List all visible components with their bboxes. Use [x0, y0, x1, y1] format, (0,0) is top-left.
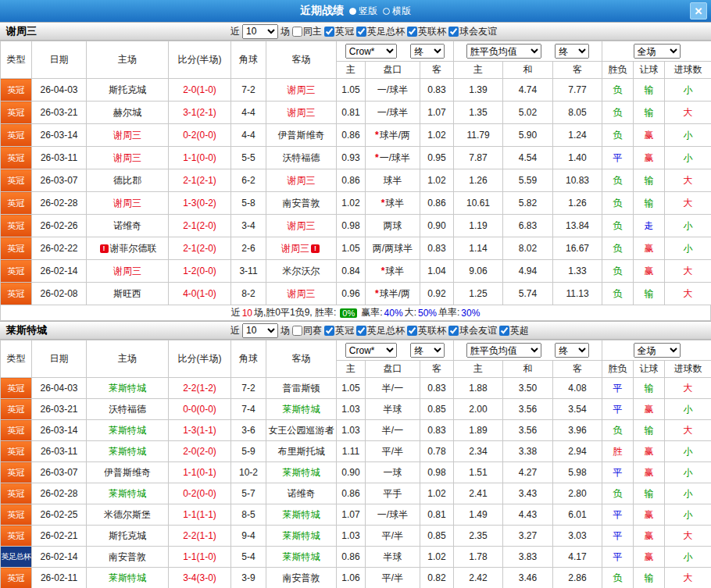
avg-home: 1.89 — [454, 420, 503, 441]
scope-filter-cell: 全场 — [602, 340, 711, 361]
col-handicap: 盘口 — [366, 361, 420, 378]
avg-draw: 4.94 — [503, 260, 553, 283]
league-checkbox-input[interactable] — [356, 27, 366, 37]
odds-away: 0.98 — [420, 462, 454, 483]
games-count-select[interactable]: 10 — [242, 24, 278, 39]
home-team: 沃特福德 — [87, 399, 169, 420]
home-team-name: 南安普敦 — [109, 551, 146, 562]
league-badge: 英冠 — [1, 102, 32, 124]
league-checkbox-input[interactable] — [324, 27, 334, 37]
goals-result: 小 — [665, 215, 711, 237]
odds-time-select[interactable]: 终 — [410, 44, 445, 59]
result: 负 — [602, 102, 634, 124]
goals-result: 大 — [665, 568, 711, 588]
league-badge: 英冠 — [1, 79, 32, 102]
handicap-text: 平/半 — [382, 530, 403, 541]
goals-result: 大 — [665, 169, 711, 192]
corners: 5-4 — [231, 547, 266, 568]
avg-home: 2.00 — [454, 399, 503, 420]
odds-away: 0.78 — [420, 441, 454, 462]
home-team: 莱斯特城 — [87, 568, 169, 588]
handicap-text: 球半/两 — [380, 130, 410, 141]
league-checkbox-input[interactable] — [448, 27, 459, 37]
avg-time-select[interactable]: 终 — [555, 44, 589, 59]
league-badge: 英冠 — [1, 399, 32, 420]
league-checkbox-input[interactable] — [499, 326, 509, 336]
avg-away: 4.17 — [553, 547, 602, 568]
match-date: 26-02-25 — [32, 504, 87, 526]
away-team-name: 莱斯特城 — [283, 467, 320, 478]
col-avg-away: 客 — [553, 62, 602, 79]
col-away: 客场 — [266, 41, 337, 79]
match-row: 英冠 26-02-25 米德尔斯堡 1-1(1-1) 8-5 莱斯特城 1.07… — [1, 504, 711, 526]
goals-result: 小 — [665, 462, 711, 483]
avg-time-select[interactable]: 终 — [555, 343, 589, 358]
league-label: 英冠 — [335, 324, 354, 337]
match-row: 英冠 26-03-11 莱斯特城 2-0(2-0) 5-9 布里斯托城 1.11… — [1, 441, 711, 462]
col-away: 客场 — [266, 340, 337, 378]
league-badge: 英冠 — [1, 237, 32, 260]
league-checkbox-input[interactable] — [356, 326, 366, 336]
score: 1-1(1-0) — [169, 547, 231, 568]
page-title: 近期战绩 — [300, 4, 344, 18]
layout-vertical-option[interactable]: 竖版 — [349, 5, 377, 18]
same-home-checkbox-input[interactable] — [292, 27, 302, 37]
avg-away: 4.08 — [553, 378, 602, 399]
league-checkbox[interactable]: 英超 — [499, 324, 529, 337]
games-count-select[interactable]: 10 — [242, 323, 278, 338]
score: 0-2(0-0) — [169, 483, 231, 504]
league-badge: 英冠 — [1, 504, 32, 526]
layout-horizontal-option[interactable]: 横版 — [383, 5, 411, 18]
odds-away: 1.02 — [420, 547, 454, 568]
league-checkbox[interactable]: 英足总杯 — [356, 324, 405, 337]
league-checkbox[interactable]: 英冠 — [324, 324, 354, 337]
league-checkbox[interactable]: 英联杯 — [407, 324, 446, 337]
avg-home: 9.06 — [454, 260, 503, 283]
league-checkbox[interactable]: 英足总杯 — [356, 25, 405, 38]
same-competition-checkbox-input[interactable] — [292, 326, 302, 336]
league-checkbox-input[interactable] — [407, 326, 417, 336]
odds-away: 1.02 — [420, 124, 454, 147]
avg-type-select[interactable]: 胜平负均值 — [466, 343, 541, 358]
league-label: 球会友谊 — [459, 25, 497, 38]
league-checkbox[interactable]: 球会友谊 — [448, 324, 497, 337]
same-competition-checkbox[interactable]: 同赛 — [292, 324, 322, 337]
same-home-checkbox[interactable]: 同主 — [292, 25, 322, 38]
league-checkbox[interactable]: 英联杯 — [407, 25, 446, 38]
home-team-name: 沃特福德 — [109, 404, 146, 415]
odds-time-select[interactable]: 终 — [410, 343, 445, 358]
odds-company-select[interactable]: Crow* — [345, 44, 397, 59]
odds-home: 1.07 — [337, 504, 366, 526]
scope-select[interactable]: 全场 — [634, 44, 681, 59]
odds-company-select[interactable]: Crow* — [345, 343, 397, 358]
vertical-label: 竖版 — [359, 5, 377, 18]
league-checkbox-input[interactable] — [324, 326, 334, 336]
match-row: 英冠 26-02-28 莱斯特城 0-2(0-0) 5-7 诺维奇 0.86 平… — [1, 483, 711, 504]
close-button[interactable]: ✕ — [690, 2, 707, 20]
odds-home: 1.02 — [337, 192, 366, 215]
handicap-result: 输 — [634, 420, 665, 441]
odds-home: 0.93 — [337, 147, 366, 169]
away-team-name: 布里斯托城 — [278, 446, 325, 457]
odds-home: 0.84 — [337, 260, 366, 283]
avg-away: 2.80 — [553, 483, 602, 504]
result: 负 — [602, 124, 634, 147]
league-checkbox-input[interactable] — [448, 326, 459, 336]
avg-draw: 3.56 — [503, 399, 553, 420]
summary-record: 场,胜0平1负9, 胜率: — [254, 306, 336, 319]
handicap-result: 输 — [634, 79, 665, 102]
match-date: 26-02-08 — [32, 283, 87, 305]
home-team-name: 斯托克城 — [109, 84, 146, 95]
games-suffix: 场 — [280, 25, 290, 38]
league-checkbox[interactable]: 球会友谊 — [448, 25, 497, 38]
avg-type-select[interactable]: 胜平负均值 — [466, 44, 541, 59]
scope-select[interactable]: 全场 — [634, 343, 681, 358]
avg-away: 11.13 — [553, 283, 602, 305]
handicap: 一/球半 — [366, 504, 420, 526]
league-badge: 英冠 — [1, 441, 32, 462]
league-checkbox-input[interactable] — [407, 27, 417, 37]
receive-star-icon: * — [375, 130, 379, 141]
same-competition-label: 同赛 — [303, 324, 322, 337]
col-odds-away: 客 — [420, 62, 454, 79]
league-checkbox[interactable]: 英冠 — [324, 25, 354, 38]
